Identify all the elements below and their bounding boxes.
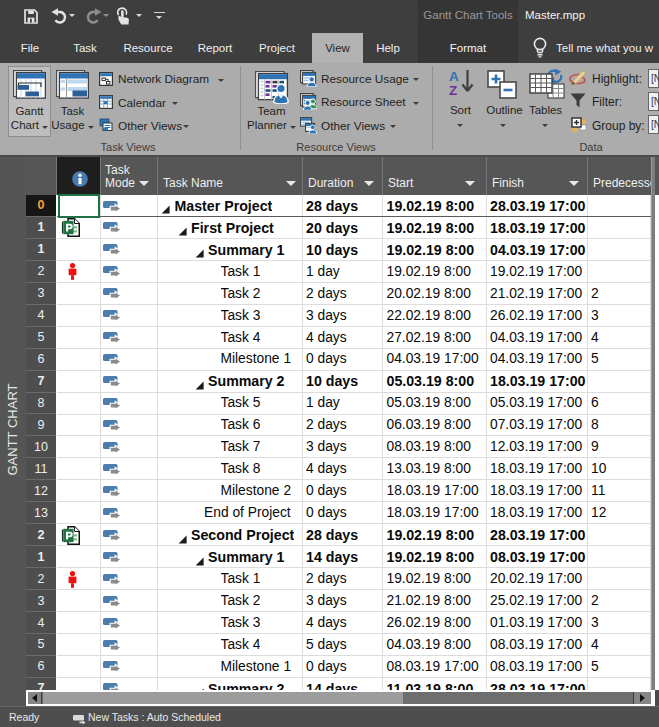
svg-text:A: A xyxy=(449,69,459,84)
svg-text:Z: Z xyxy=(449,83,457,98)
